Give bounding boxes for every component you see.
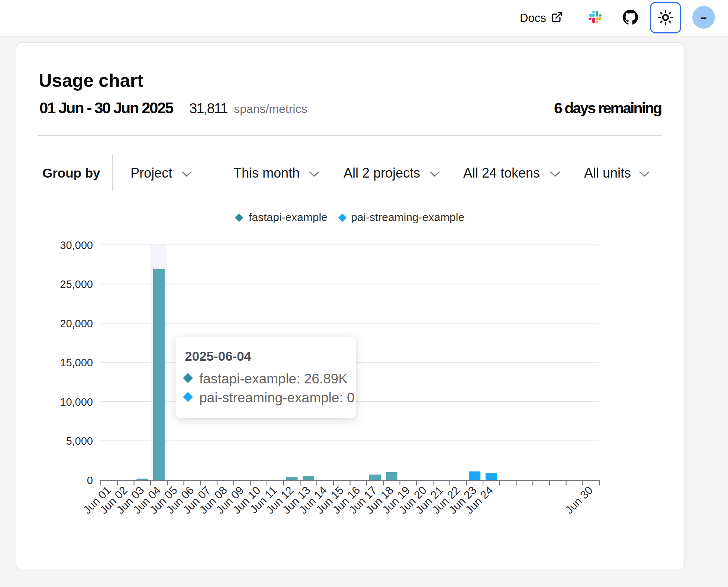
svg-text:30,000: 30,000 <box>60 239 93 251</box>
svg-text:15,000: 15,000 <box>60 357 93 369</box>
svg-text:25,000: 25,000 <box>60 278 93 290</box>
svg-text:20,000: 20,000 <box>60 318 93 330</box>
svg-text:10,000: 10,000 <box>60 396 93 408</box>
svg-text:0: 0 <box>87 474 93 486</box>
svg-text:Jun 30: Jun 30 <box>563 484 595 516</box>
svg-text:5,000: 5,000 <box>66 435 93 447</box>
